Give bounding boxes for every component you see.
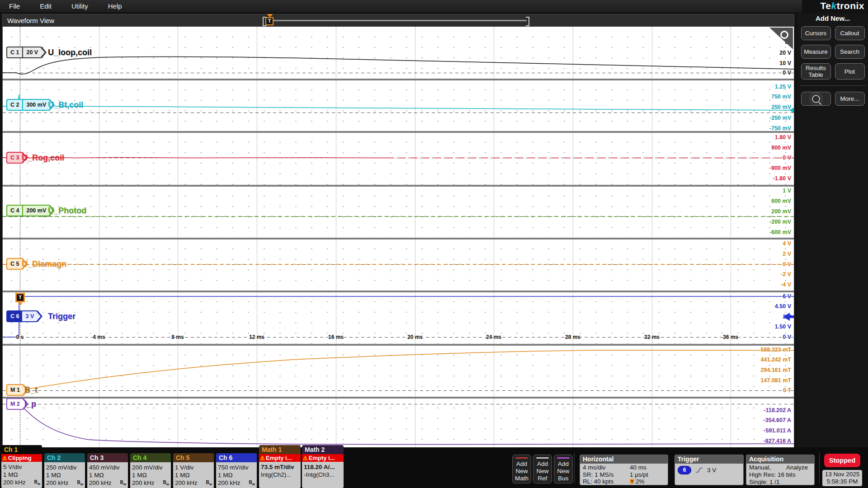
slice-separator bbox=[3, 185, 794, 187]
magnifier-zoom-icon bbox=[812, 95, 820, 103]
add-button-label: Add New Math bbox=[513, 460, 531, 482]
badge-arrow-fill bbox=[37, 312, 41, 320]
sidebar-button-search[interactable]: Search bbox=[835, 45, 865, 59]
menu-item-file[interactable]: File bbox=[6, 1, 23, 11]
sidebar-button-measure[interactable]: Measure bbox=[801, 45, 831, 59]
waveform-grid[interactable]: 0 s4 ms8 ms12 ms16 ms20 ms24 ms28 ms32 m… bbox=[3, 27, 794, 448]
add-new-bus-button[interactable]: Add New Bus bbox=[554, 455, 573, 483]
channel-label-m-2[interactable]: I_p bbox=[24, 399, 36, 409]
channel-badge-m-2[interactable]: M 2 bbox=[6, 398, 24, 410]
trigger-position-flag-icon[interactable]: T bbox=[265, 17, 274, 25]
channel-tile-title: Ch 3 bbox=[87, 453, 128, 462]
trigger-position-icon: T bbox=[630, 479, 634, 484]
more-button[interactable]: More... bbox=[835, 92, 865, 106]
channel-setting-row: 73.5 mT/div bbox=[261, 463, 299, 471]
sidebar-button-results-table[interactable]: Results Table bbox=[801, 63, 831, 80]
warning-icon: ⚠ bbox=[260, 455, 265, 461]
horizontal-window: 40 ms bbox=[630, 464, 646, 471]
channel-badge-c-1[interactable]: C 120 V bbox=[6, 47, 42, 58]
trigger-level-arrow-icon[interactable] bbox=[783, 313, 794, 321]
channel-badge-id: M 2 bbox=[7, 399, 23, 409]
trigger-source-marker-icon[interactable]: T bbox=[15, 293, 25, 302]
time-axis-label: 4 ms bbox=[93, 334, 105, 340]
slice-separator bbox=[3, 291, 794, 292]
acquisition-position-indicator[interactable]: T bbox=[263, 14, 529, 27]
trigger-position-pointer-icon bbox=[267, 14, 273, 17]
time-axis-label: 16 ms bbox=[328, 334, 344, 340]
waveform-trace-c-6 bbox=[3, 291, 794, 345]
channel-warning-text: Empty i... bbox=[309, 455, 335, 461]
slice-separator bbox=[3, 131, 794, 133]
rising-edge-icon bbox=[695, 467, 703, 473]
axis-tick-m-2: -591.011 A bbox=[764, 427, 791, 434]
menu-bar: FileEditUtilityHelp bbox=[0, 0, 802, 12]
time-axis-label: 36 ms bbox=[723, 334, 738, 340]
channel-badge-c-6[interactable]: C 63 V bbox=[6, 310, 38, 322]
channel-tile-settings: 250 mV/div1 MΩ200 kHzBw bbox=[44, 462, 85, 488]
axis-tick-c-6: 6 V bbox=[783, 293, 791, 300]
channel-tile-ch-2[interactable]: Ch 2250 mV/div1 MΩ200 kHzBw bbox=[44, 453, 85, 488]
channel-tile-math-1[interactable]: Math 1⚠Empty i...73.5 mT/divIntg(Ch2)... bbox=[259, 445, 301, 488]
waveform-trace-c-2 bbox=[3, 80, 794, 132]
channel-tile-math-2[interactable]: Math 2⚠Empty i...118.20 A/...-Intg(Ch3..… bbox=[302, 445, 344, 488]
waveform-trace-m-2 bbox=[3, 398, 794, 448]
channel-badge-m-1[interactable]: M 1 bbox=[6, 384, 24, 396]
channel-setting-row: 450 mV/div bbox=[89, 464, 126, 471]
sidebar-button-callout[interactable]: Callout bbox=[835, 26, 865, 40]
bottom-divider bbox=[574, 453, 575, 483]
channel-badge-c-4[interactable]: C 4200 mV bbox=[6, 205, 50, 216]
axis-tick-c-5: -4 V bbox=[781, 282, 791, 288]
axis-tick-c-1: 0 V bbox=[783, 70, 791, 76]
menu-item-help[interactable]: Help bbox=[105, 1, 125, 11]
channel-warning-text: Clipping bbox=[8, 455, 32, 461]
channel-setting-row: 118.20 A/... bbox=[304, 463, 342, 471]
channel-tile-ch-4[interactable]: Ch 4200 mV/div1 MΩ200 kHzBw bbox=[130, 453, 171, 488]
right-sidebar: Add New... CursorsCalloutMeasureSearchRe… bbox=[797, 13, 868, 447]
channel-label-c-3[interactable]: U_Rog,coil bbox=[22, 153, 64, 163]
channel-tile-ch-5[interactable]: Ch 51 V/div1 MΩ200 kHzBw bbox=[173, 453, 214, 488]
channel-tile-title: Ch 6 bbox=[216, 453, 257, 462]
bandwidth-badge: Bw bbox=[163, 480, 169, 486]
channel-warning-banner: ⚠Empty i... bbox=[302, 454, 344, 462]
add-button-label: Add New Ref bbox=[533, 460, 552, 482]
axis-tick-c-3: 0 V bbox=[783, 155, 791, 161]
sidebar-button-plot[interactable]: Plot bbox=[835, 63, 865, 80]
channel-label-c-2[interactable]: U_Bt,coil bbox=[48, 100, 83, 110]
menu-item-edit[interactable]: Edit bbox=[37, 1, 54, 11]
channel-tile-title: Ch 2 bbox=[44, 453, 85, 462]
axis-tick-c-1: 10 V bbox=[779, 60, 791, 66]
channel-slice-c-4: 1 V600 mV200 mV-200 mV-600 mVC 4200 mVU_… bbox=[3, 186, 794, 239]
menu-item-utility[interactable]: Utility bbox=[69, 1, 91, 11]
channel-label-c-6[interactable]: Trigger bbox=[48, 312, 75, 321]
trigger-level-value: 3 V bbox=[707, 467, 716, 474]
trigger-panel[interactable]: Trigger 6 3 V bbox=[675, 455, 744, 485]
channel-tile-ch-6[interactable]: Ch 6750 mV/div1 MΩ200 kHzBw bbox=[216, 453, 257, 488]
horizontal-panel-title: Horizontal bbox=[580, 455, 668, 464]
channel-label-c-5[interactable]: U_Diamagn bbox=[22, 259, 66, 269]
sidebar-button-cursors[interactable]: Cursors bbox=[801, 26, 831, 40]
waveform-view-titlebar: Waveform View T bbox=[3, 14, 794, 27]
channel-setting-row: 1 MΩ bbox=[132, 471, 169, 479]
horizontal-panel[interactable]: Horizontal 4 ms/div40 ms SR: 1 MS/s1 µs/… bbox=[580, 455, 668, 485]
acquisition-panel-title: Acquisition bbox=[746, 455, 814, 464]
channel-badge-id: M 1 bbox=[7, 385, 23, 395]
channel-label-m-1[interactable]: B_t bbox=[24, 385, 38, 395]
zoom-select-button[interactable] bbox=[801, 92, 831, 106]
channel-label-c-4[interactable]: U_Photod bbox=[48, 206, 86, 216]
axis-tick-c-4: -600 mV bbox=[769, 229, 791, 235]
time-axis-label: 28 ms bbox=[565, 334, 580, 340]
channel-slice-c-6: 6 V4.50 V3 V1.50 V0 VC 63 VTriggerT bbox=[3, 291, 794, 345]
channel-tile-ch-3[interactable]: Ch 3450 mV/div1 MΩ200 kHzBw bbox=[87, 453, 128, 488]
channel-badge-c-2[interactable]: C 2300 mV bbox=[6, 99, 50, 111]
channel-badge-c-5[interactable]: C 5 bbox=[6, 258, 23, 270]
add-new-math-button[interactable]: Add New Math bbox=[512, 455, 531, 483]
add-button-accent bbox=[557, 457, 570, 459]
channel-badge-c-3[interactable]: C 3 bbox=[6, 152, 23, 164]
channel-label-c-1[interactable]: U_loop,coil bbox=[48, 48, 92, 57]
channel-badge-id: C 1 bbox=[7, 47, 22, 57]
channel-slice-m-1: 588.323 mT441.242 mT294.161 mT147.081 mT… bbox=[3, 345, 794, 398]
add-new-ref-button[interactable]: Add New Ref bbox=[533, 455, 552, 483]
run-stop-status[interactable]: Stopped bbox=[824, 454, 860, 467]
channel-tile-ch-1[interactable]: Ch 1⚠Clipping5 V/div1 MΩ200 kHzBw bbox=[1, 445, 42, 488]
acquisition-panel[interactable]: Acquisition Manual,Analyze High Res: 16 … bbox=[746, 455, 815, 485]
